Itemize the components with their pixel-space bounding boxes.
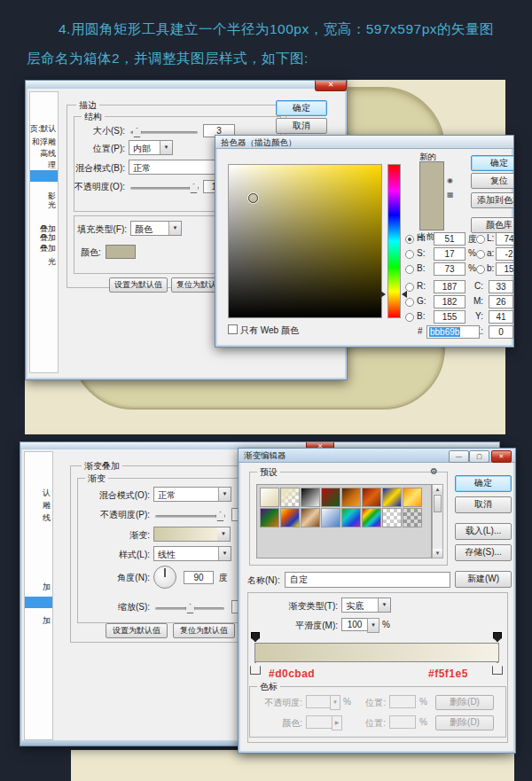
h-radio[interactable] — [405, 235, 414, 244]
sidebar-item-bevel-emboss[interactable]: 和浮雕 — [30, 137, 56, 147]
close-button[interactable]: ✕ — [491, 450, 512, 463]
a-radio[interactable] — [476, 250, 485, 259]
delete-opacity-stop-button[interactable]: 删除(D) — [435, 695, 494, 710]
gradient-preset[interactable] — [301, 488, 320, 507]
hue-slider[interactable] — [387, 164, 401, 318]
smoothness-spinner[interactable]: ▾ — [367, 618, 379, 633]
gradient-preset[interactable] — [403, 508, 422, 527]
maximize-button[interactable]: ▢ — [469, 450, 489, 463]
sidebar-item-gradient-overlay-selected[interactable] — [25, 597, 52, 608]
gradient-picker-arrow[interactable]: ▼ — [217, 527, 231, 542]
g-input[interactable]: 182 — [434, 295, 466, 308]
gradient-preset[interactable] — [382, 488, 402, 507]
sidebar-item-blending-options[interactable]: 页:默认 — [30, 123, 56, 134]
stop-color-well[interactable] — [306, 715, 332, 729]
b2-input[interactable]: 155 — [434, 310, 466, 324]
c-input[interactable]: 33 — [489, 280, 513, 293]
scroll-down-icon[interactable]: ▼ — [433, 549, 442, 558]
sidebar-item-fragment[interactable]: 认 — [25, 488, 51, 498]
position-dropdown[interactable]: 内部 ▼ — [129, 140, 173, 155]
gear-icon[interactable]: ⚙ — [430, 466, 438, 476]
gamut-warning-icon[interactable]: ◉ — [447, 176, 453, 184]
sidebar-item-contour[interactable]: 高线 — [30, 148, 56, 159]
cancel-button[interactable]: 取消 — [276, 118, 327, 134]
gradient-preset[interactable] — [362, 488, 381, 507]
save-button[interactable]: 存储(S)... — [455, 544, 512, 561]
gradient-preset[interactable] — [301, 508, 320, 527]
a-input[interactable]: -2 — [496, 247, 514, 261]
sidebar-item-fragment[interactable]: 雕 — [25, 500, 51, 511]
web-only-checkbox[interactable] — [228, 324, 238, 334]
angle-dial[interactable] — [153, 566, 176, 589]
b2-radio[interactable] — [405, 313, 414, 322]
reset-default-button[interactable]: 复位为默认值 — [173, 623, 235, 638]
size-slider[interactable] — [130, 131, 198, 134]
color-field[interactable] — [228, 164, 382, 318]
blend-mode-dropdown[interactable]: 正常 ▼ — [153, 487, 231, 502]
opacity-slider[interactable] — [155, 515, 224, 518]
sidebar-item-gradient-overlay[interactable]: 叠加 — [30, 232, 56, 243]
gradient-preview[interactable] — [153, 527, 219, 542]
gradient-preset[interactable] — [321, 488, 340, 507]
scroll-up-icon[interactable]: ▲ — [433, 485, 442, 494]
delete-color-stop-button[interactable]: 删除(D) — [435, 715, 494, 730]
g-radio[interactable] — [405, 298, 414, 307]
presets-scrollbar[interactable]: ▲ ▼ — [432, 484, 443, 558]
set-default-button[interactable]: 设置为默认值 — [106, 623, 168, 638]
l-radio[interactable] — [476, 235, 485, 244]
sidebar-item-fragment[interactable]: 加 — [25, 582, 51, 592]
smoothness-input[interactable]: 100 — [341, 618, 368, 631]
gradient-preset[interactable] — [260, 488, 279, 507]
b-radio[interactable] — [405, 265, 414, 274]
sidebar-item-outer-glow[interactable]: 光 — [30, 256, 56, 267]
m-input[interactable]: 26 — [489, 295, 513, 308]
ok-button[interactable]: 确定 — [276, 100, 327, 116]
close-button[interactable]: ✕ — [315, 81, 347, 91]
r-radio[interactable] — [405, 283, 414, 292]
sidebar-item-inner-glow[interactable]: 光 — [30, 199, 56, 210]
name-input[interactable]: 自定 — [285, 572, 450, 588]
load-button[interactable]: 载入(L)... — [455, 523, 512, 540]
lab-b-radio[interactable] — [476, 265, 485, 274]
stop-position-input[interactable] — [389, 695, 416, 708]
gradient-preset[interactable] — [341, 508, 361, 527]
hue-arrow-left-icon[interactable] — [380, 291, 386, 298]
lab-b-input[interactable]: 15 — [496, 262, 514, 276]
editor-ok-button[interactable]: 确定 — [455, 475, 512, 492]
gradient-preset[interactable] — [403, 488, 422, 507]
stop-opacity-input[interactable] — [306, 695, 331, 708]
sidebar-item-fragment[interactable]: 加 — [25, 615, 51, 626]
gradient-preset[interactable] — [280, 488, 300, 507]
k-input[interactable]: 0 — [489, 325, 513, 339]
color-picker-titlebar[interactable]: 拾色器（描边颜色） — [215, 136, 513, 149]
set-default-button[interactable]: 设置为默认值 — [109, 277, 168, 293]
minimize-button[interactable]: — — [449, 450, 469, 463]
opacity-slider[interactable] — [130, 187, 198, 190]
gradient-preset[interactable] — [280, 508, 300, 527]
b-input[interactable]: 73 — [434, 262, 466, 276]
gradient-bar[interactable] — [254, 643, 499, 662]
picker-reset-button[interactable]: 复位 — [471, 173, 514, 189]
y-input[interactable]: 41 — [489, 310, 513, 324]
add-to-swatches-button[interactable]: 添加到色板 — [471, 192, 514, 208]
fill-type-dropdown[interactable]: 颜色 ▼ — [130, 221, 182, 236]
scale-slider[interactable] — [155, 607, 224, 610]
gradient-type-dropdown[interactable]: 实底 ▼ — [341, 597, 391, 613]
stroke-color-swatch[interactable] — [106, 245, 136, 259]
r-input[interactable]: 187 — [434, 280, 466, 293]
h-input[interactable]: 51 — [434, 232, 466, 246]
new-button[interactable]: 新建(W) — [455, 571, 512, 588]
l-input[interactable]: 74 — [496, 232, 514, 246]
style-dropdown[interactable]: 线性 ▼ — [153, 546, 231, 561]
s-input[interactable]: 17 — [434, 247, 466, 261]
sidebar-item-pattern-overlay[interactable]: 叠加 — [30, 243, 56, 254]
editor-cancel-button[interactable]: 取消 — [455, 496, 512, 513]
picker-ok-button[interactable]: 确定 — [471, 155, 514, 171]
color-libraries-button[interactable]: 颜色库 — [471, 217, 514, 233]
sidebar-item-fragment[interactable]: 线 — [25, 512, 51, 523]
hue-arrow-right-icon[interactable] — [402, 291, 407, 298]
gradient-preset[interactable] — [321, 508, 340, 527]
hex-input[interactable]: bbb69b — [426, 325, 480, 339]
color-field-marker[interactable] — [248, 193, 258, 203]
gradient-preset[interactable] — [341, 488, 361, 507]
